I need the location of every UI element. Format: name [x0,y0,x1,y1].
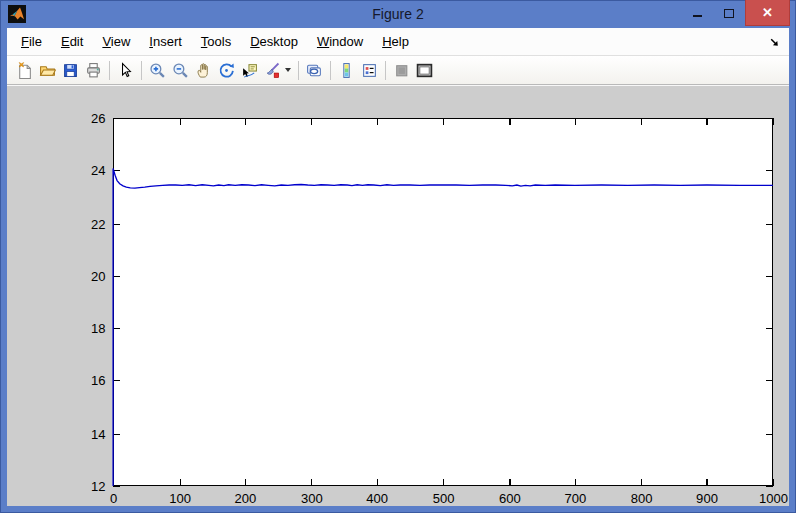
svg-text:20: 20 [91,269,106,284]
svg-text:400: 400 [366,491,388,506]
open-file-button[interactable] [36,59,59,82]
menu-file[interactable]: File [14,30,49,53]
data-cursor-icon [241,62,258,79]
brush-icon [264,62,281,79]
menu-window[interactable]: Window [310,30,370,53]
brush-button[interactable] [261,59,284,82]
zoom-in-icon [149,62,166,79]
svg-text:200: 200 [234,491,256,506]
maximize-icon [724,9,734,18]
svg-text:22: 22 [91,217,106,232]
title-bar[interactable]: Figure 2 ✕ [0,0,796,28]
svg-text:300: 300 [301,491,323,506]
svg-text:12: 12 [91,479,106,494]
svg-text:800: 800 [631,491,653,506]
axes-plot: 0100200300400500600700800900100012141618… [110,118,776,486]
svg-text:0: 0 [110,491,117,506]
link-plot-button[interactable] [303,59,326,82]
open-file-icon [39,62,56,79]
brush-dropdown-icon[interactable] [285,68,291,72]
toolbar-separator [109,61,110,80]
insert-legend-icon [361,62,378,79]
dock-figure-arrow-icon[interactable] [768,35,781,48]
minimize-button[interactable] [681,0,713,24]
menu-view[interactable]: View [95,30,137,53]
show-plot-tools-icon [416,62,433,79]
toolbar-separator [385,61,386,80]
figure-window: Figure 2 ✕ FileEditViewInsertToolsDeskto… [0,0,796,513]
toolbar-separator [330,61,331,80]
menu-insert[interactable]: Insert [142,30,189,53]
figure-canvas: 0100200300400500600700800900100012141618… [7,85,789,506]
save-figure-button[interactable] [59,59,82,82]
maximize-button[interactable] [713,0,745,24]
zoom-in-button[interactable] [146,59,169,82]
close-button[interactable]: ✕ [745,0,790,26]
svg-text:24: 24 [91,163,106,178]
print-figure-button[interactable] [82,59,105,82]
zoom-out-button[interactable] [169,59,192,82]
svg-text:100: 100 [169,491,191,506]
menu-bar: FileEditViewInsertToolsDesktopWindowHelp [7,28,789,56]
print-figure-icon [85,62,102,79]
menu-desktop[interactable]: Desktop [243,30,305,53]
menu-help[interactable]: Help [375,30,416,53]
toolbar-separator [298,61,299,80]
toolbar-separator [141,61,142,80]
matlab-logo-icon [8,5,26,23]
new-figure-icon [16,62,33,79]
menu-tools[interactable]: Tools [194,30,238,53]
figure-toolbar [7,56,789,85]
hide-plot-tools-button[interactable] [390,59,413,82]
insert-colorbar-icon [338,62,355,79]
link-plot-icon [306,62,323,79]
rotate-3d-icon [218,62,235,79]
show-plot-tools-button[interactable] [413,59,436,82]
zoom-out-icon [172,62,189,79]
svg-text:700: 700 [564,491,586,506]
svg-text:18: 18 [91,321,106,336]
save-figure-icon [62,62,79,79]
svg-text:14: 14 [91,427,106,442]
edit-plot-button[interactable] [114,59,137,82]
menu-edit[interactable]: Edit [54,30,90,53]
close-icon: ✕ [762,5,773,20]
svg-text:1000: 1000 [759,491,788,506]
svg-text:26: 26 [91,111,106,126]
figure-client: FileEditViewInsertToolsDesktopWindowHelp… [7,28,789,506]
pan-icon [195,62,212,79]
svg-text:16: 16 [91,373,106,388]
edit-plot-icon [117,62,134,79]
data-cursor-button[interactable] [238,59,261,82]
new-figure-button[interactable] [13,59,36,82]
insert-colorbar-button[interactable] [335,59,358,82]
svg-text:900: 900 [696,491,718,506]
pan-button[interactable] [192,59,215,82]
hide-plot-tools-icon [393,62,410,79]
insert-legend-button[interactable] [358,59,381,82]
window-title: Figure 2 [0,6,796,22]
rotate-3d-button[interactable] [215,59,238,82]
svg-text:600: 600 [499,491,521,506]
minimize-icon [693,15,702,17]
svg-text:500: 500 [433,491,455,506]
